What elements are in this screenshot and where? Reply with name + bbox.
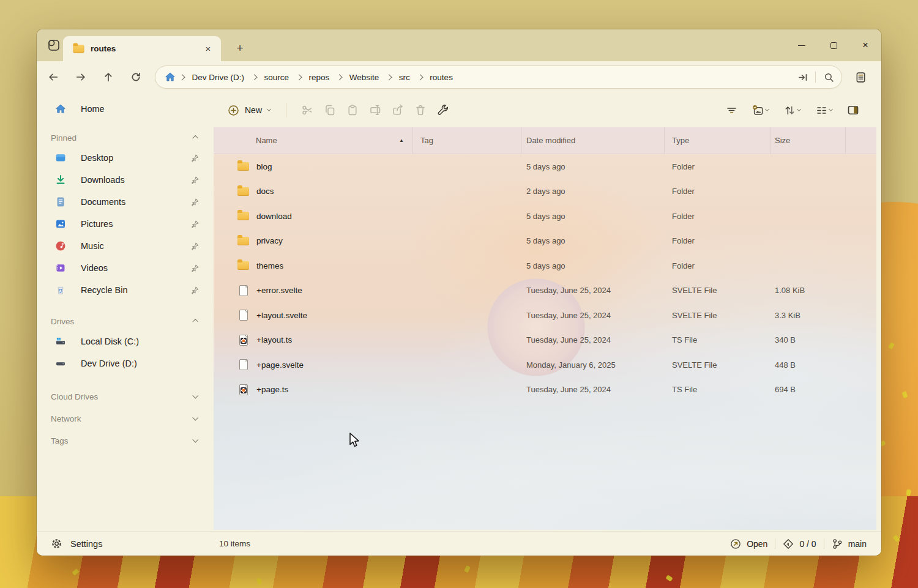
minimize-button[interactable] [786,29,818,61]
column-header-size[interactable]: Size [771,127,846,154]
filter-button[interactable] [720,100,743,121]
breadcrumb-segment-routes[interactable]: routes [426,73,457,82]
desktop-wallpaper: routes × + × [0,0,918,588]
folder-icon [237,187,249,196]
sidebar-item-documents[interactable]: Documents [37,191,214,213]
breadcrumb-segment-website[interactable]: Website [346,73,383,82]
back-button[interactable] [43,67,64,87]
ts-file-icon [239,335,248,346]
preview-pane-button[interactable] [842,100,864,121]
sidebar-item-dev-drive-d[interactable]: Dev Drive (D:) [37,352,214,374]
maximize-icon [830,42,837,49]
refresh-button[interactable] [125,67,146,87]
sort-button[interactable] [778,100,807,121]
downloads-icon [55,174,66,185]
copy-button[interactable] [318,100,341,121]
share-button[interactable] [386,100,409,121]
sidebar-item-local-disk-c[interactable]: Local Disk (C:) [37,330,214,352]
file-type: SVELTE File [665,286,771,295]
close-window-button[interactable]: × [849,29,881,61]
file-row-error-svelte[interactable]: +error.svelte Tuesday, June 25, 2024 SVE… [214,278,876,303]
toggle-sidebar-button[interactable] [45,36,63,54]
file-row-blog[interactable]: blog 5 days ago Folder [214,154,876,179]
group-by-button[interactable] [746,100,775,121]
gear-icon [51,538,62,549]
settings-button[interactable]: Settings [37,538,102,549]
file-type: Folder [665,212,771,221]
maximize-button[interactable] [818,29,849,61]
up-button[interactable] [98,67,119,87]
delete-button[interactable] [409,100,431,121]
file-size: 448 B [771,360,846,370]
properties-button[interactable] [431,100,454,121]
file-row-privacy[interactable]: privacy 5 days ago Folder [214,229,876,254]
new-button[interactable]: New [222,100,277,121]
file-row-layout-ts[interactable]: +layout.ts Tuesday, June 25, 2024 TS Fil… [214,328,876,353]
search-button[interactable] [818,68,839,86]
sidebar-item-label: Recycle Bin [81,285,176,295]
sidebar-section-drives[interactable]: Drives [37,312,214,330]
column-label: Type [672,136,689,145]
file-name: +error.svelte [256,286,302,295]
sidebar-section-cloud-drives[interactable]: Cloud Drives [37,385,214,408]
address-bar[interactable]: Dev Drive (D:) source repos Website src … [155,65,842,89]
paste-button[interactable] [341,100,364,121]
open-button[interactable]: Open [730,538,767,549]
sidebar-item-downloads[interactable]: Downloads [37,169,214,191]
sidebar-item-pictures[interactable]: Pictures [37,213,214,235]
column-header-tag[interactable]: Tag [413,127,521,154]
file-size: 694 B [771,385,846,394]
edit-path-button[interactable] [792,68,813,86]
rename-button[interactable] [364,100,386,121]
file-type: Folder [665,187,771,196]
sidebar-item-desktop[interactable]: Desktop [37,147,214,169]
home-icon[interactable] [165,72,176,83]
layout-button[interactable] [810,100,838,121]
sidebar-section-pinned[interactable]: Pinned [37,128,214,147]
file-row-layout-svelte[interactable]: +layout.svelte Tuesday, June 25, 2024 SV… [214,303,876,328]
breadcrumb-separator [417,74,423,80]
sidebar-item-music[interactable]: Music [37,235,214,257]
toolbar-divider [286,103,286,117]
column-header-type[interactable]: Type [665,127,771,154]
breadcrumb-segment-src[interactable]: src [395,73,414,82]
file-row-themes[interactable]: themes 5 days ago Folder [214,253,876,278]
tab-title: routes [91,44,194,53]
home-icon [55,103,66,114]
plus-circle-icon [228,105,239,116]
file-name: +page.ts [256,385,288,394]
folder-icon [237,162,249,171]
forward-button[interactable] [70,67,91,87]
close-tab-button[interactable]: × [200,41,216,57]
copy-icon [324,104,336,116]
breadcrumb-segment-source[interactable]: source [261,73,293,82]
sidebar-section-tags[interactable]: Tags [37,430,214,452]
sidebar-item-home[interactable]: Home [37,98,214,120]
cut-button[interactable] [296,100,318,121]
column-header-name[interactable]: Name ▲ [214,127,413,154]
column-header-date[interactable]: Date modified [521,127,665,154]
file-row-download[interactable]: download 5 days ago Folder [214,204,876,229]
file-row-page-ts[interactable]: +page.ts Tuesday, June 25, 2024 TS File … [214,378,876,403]
sidebar-section-network[interactable]: Network [37,408,214,430]
file-row-page-svelte[interactable]: +page.svelte Monday, January 6, 2025 SVE… [214,352,876,378]
chevron-down-icon [192,437,198,442]
memo-list-icon [855,72,867,83]
file-name: blog [256,162,272,171]
git-sync-status[interactable]: 0 / 0 [783,538,816,549]
navigation-bar: Dev Drive (D:) source repos Website src … [37,61,881,93]
breadcrumb-segment-repos[interactable]: repos [305,73,334,82]
sidebar-item-label: Pictures [81,219,176,229]
file-name: download [256,212,292,221]
sidebar-item-videos[interactable]: Videos [37,257,214,279]
file-row-docs[interactable]: docs 2 days ago Folder [214,179,876,204]
file-date: 5 days ago [521,236,665,245]
sidebar-item-label: Local Disk (C:) [81,337,200,346]
tab-routes[interactable]: routes × [63,36,221,61]
git-branch-button[interactable]: main [832,538,867,549]
sidebar-item-recycle-bin[interactable]: Recycle Bin [37,279,214,301]
breadcrumb-segment-drive[interactable]: Dev Drive (D:) [188,73,248,82]
file-type: Folder [665,236,771,245]
omnibar-button[interactable] [849,67,871,87]
new-tab-button[interactable]: + [230,38,250,59]
